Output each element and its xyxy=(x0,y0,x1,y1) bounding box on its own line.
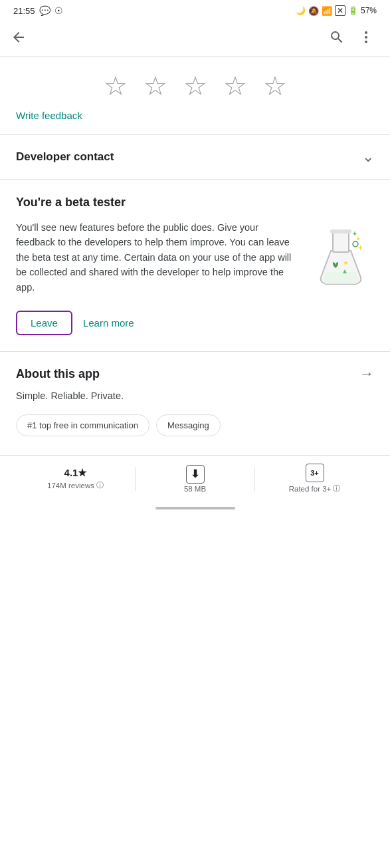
bottom-handle xyxy=(0,502,390,512)
size-label: 58 MB xyxy=(184,485,206,493)
leave-button[interactable]: Leave xyxy=(16,311,72,335)
size-stat: ⬇ 58 MB xyxy=(136,465,254,493)
rating-stat: 4.1★ 174M reviews ⓘ xyxy=(16,467,135,490)
svg-text:+: + xyxy=(353,230,357,237)
size-value: ⬇ xyxy=(186,465,205,484)
learn-more-button[interactable]: Learn more xyxy=(83,317,134,329)
write-feedback-button[interactable]: Write feedback xyxy=(0,104,98,134)
beta-content: You'll see new features before the publi… xyxy=(16,220,374,297)
more-options-button[interactable] xyxy=(353,24,379,51)
tags-row: #1 top free in communication Messaging xyxy=(0,414,390,450)
arrow-right-icon: → xyxy=(359,365,374,382)
about-app-description: Simple. Reliable. Private. xyxy=(0,390,390,414)
rating-value: 4.1★ xyxy=(64,467,87,479)
hotspot-icon: ☉ xyxy=(54,5,63,16)
rated-label: Rated for 3+ ⓘ xyxy=(289,484,341,494)
sim-icon: ✕ xyxy=(335,5,345,16)
rating-number: 4.1★ xyxy=(64,467,87,479)
chevron-down-icon: ⌄ xyxy=(362,148,374,166)
svg-rect-4 xyxy=(330,229,351,233)
tag-chip-1[interactable]: Messaging xyxy=(156,414,221,436)
beta-description: You'll see new features before the publi… xyxy=(16,220,297,295)
svg-rect-3 xyxy=(333,231,349,252)
developer-contact-title: Developer contact xyxy=(16,150,114,164)
rating-label: 174M reviews ⓘ xyxy=(47,480,104,490)
moon-icon: 🌙 xyxy=(296,6,306,15)
search-button[interactable] xyxy=(324,24,350,51)
star-rating-row: ☆ ☆ ☆ ☆ ☆ xyxy=(0,57,390,104)
status-right: 🌙 🔕 📶 ✕ 🔋 57% xyxy=(296,5,377,16)
about-app-row[interactable]: About this app → xyxy=(0,352,390,390)
about-app-title: About this app xyxy=(16,367,100,381)
size-text: 58 MB xyxy=(184,485,206,493)
rating-info-icon[interactable]: ⓘ xyxy=(96,480,104,490)
rated-info-icon[interactable]: ⓘ xyxy=(333,484,340,494)
status-time: 21:55 xyxy=(13,6,35,16)
rated-value: 3+ xyxy=(306,464,324,482)
beta-tester-section: You're a beta tester You'll see new feat… xyxy=(0,180,390,351)
star-4[interactable]: ☆ xyxy=(223,72,247,99)
rated-stat: 3+ Rated for 3+ ⓘ xyxy=(255,464,374,494)
svg-point-2 xyxy=(365,41,367,43)
svg-text:+: + xyxy=(358,243,363,253)
back-button[interactable] xyxy=(5,24,32,51)
star-2[interactable]: ☆ xyxy=(144,72,167,99)
status-left: 21:55 💬 ☉ xyxy=(13,5,63,16)
svg-point-8 xyxy=(357,237,359,240)
top-nav xyxy=(0,19,390,57)
svg-point-7 xyxy=(353,241,358,247)
flask-illustration: + + xyxy=(308,217,374,297)
reviews-count: 174M reviews xyxy=(47,482,94,490)
rated-text: Rated for 3+ xyxy=(289,485,332,493)
status-bar: 21:55 💬 ☉ 🌙 🔕 📶 ✕ 🔋 57% xyxy=(0,0,390,19)
whatsapp-icon: 💬 xyxy=(39,5,50,16)
star-3[interactable]: ☆ xyxy=(183,72,207,99)
rated-icon: 3+ xyxy=(306,464,324,482)
nav-right xyxy=(324,24,379,51)
battery-icon: 🔋 xyxy=(348,6,358,15)
star-1[interactable]: ☆ xyxy=(104,72,128,99)
battery-percent: 57% xyxy=(361,6,377,15)
beta-actions: Leave Learn more xyxy=(16,297,374,351)
wifi-icon: 📶 xyxy=(322,6,332,16)
developer-contact-row[interactable]: Developer contact ⌄ xyxy=(0,135,390,180)
svg-point-0 xyxy=(365,31,367,34)
bottom-stats-bar: 4.1★ 174M reviews ⓘ ⬇ 58 MB 3+ Rated for… xyxy=(0,455,390,502)
star-5[interactable]: ☆ xyxy=(263,72,287,99)
download-icon: ⬇ xyxy=(186,465,205,484)
svg-point-1 xyxy=(365,36,367,39)
beta-tester-title: You're a beta tester xyxy=(16,196,374,210)
handle-bar xyxy=(155,507,235,509)
mute-icon: 🔕 xyxy=(308,6,319,16)
tag-chip-0[interactable]: #1 top free in communication xyxy=(16,414,149,436)
